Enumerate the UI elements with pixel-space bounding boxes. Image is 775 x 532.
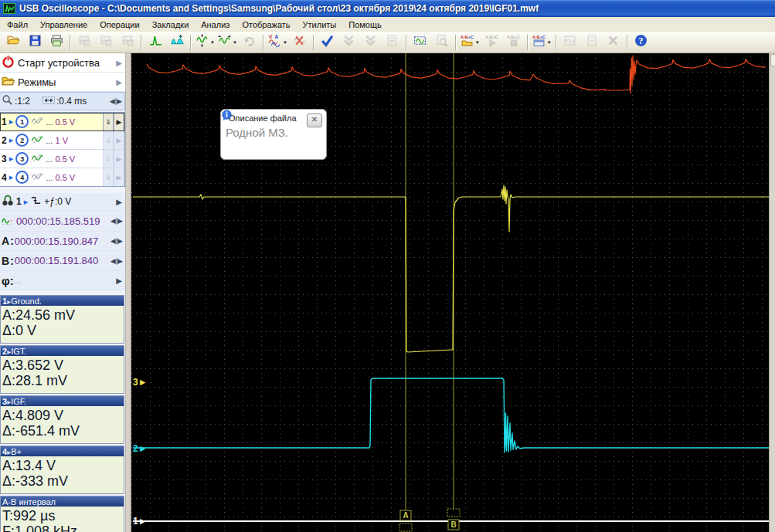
abc-panel-button[interactable]: A:B+C▼ [531,32,553,53]
channel-level-button: ⇓ [103,131,114,149]
cursor-b-nav-arrows[interactable]: ◀|▶ [110,257,124,265]
chevron-right-icon[interactable]: ▶ [116,78,124,86]
menu-view[interactable]: Отображать [236,18,296,32]
menu-operations[interactable]: Операции [93,18,145,32]
arrow-icon [9,117,14,127]
app-window: USB Oscilloscope - C:\Documents and Sett… [0,0,775,532]
pulse-view-button[interactable] [144,32,166,53]
trigger-level-value: +ƒ:0 V [44,196,71,207]
cursor-b-flag-label: B [450,520,456,529]
menu-help[interactable]: Помощь [342,18,388,32]
menu-utilities[interactable]: Утилиты [297,18,343,32]
control-sidebar: Старт устройства ▶ Режимы ▶ :1:2 :0.4 ms… [0,53,125,532]
search-file-button [431,32,453,53]
open-file-button[interactable] [2,32,24,53]
select-region-button[interactable] [410,32,431,53]
file-description-tooltip: Описание файла ✕ Родной МЗ. [220,109,327,160]
abc-open-button[interactable]: A:B+C▼ [459,32,481,53]
channel-expand-button[interactable]: ▶ [114,113,124,130]
scale-vertical-icon [195,34,209,50]
window-title: USB Oscilloscope - C:\Documents and Sett… [19,3,539,14]
channel-number: 4 [2,172,7,183]
wave-edit-button[interactable] [166,32,188,53]
channel-badge: 3 [15,152,29,165]
dropdown-arrow-icon[interactable]: ▼ [475,40,480,45]
abc-panel-icon: A:B+C [532,34,546,50]
dropdown-arrow-icon[interactable]: ▼ [233,40,237,45]
menu-analysis[interactable]: Анализ [195,18,236,32]
app-icon [3,2,15,15]
cursor-b-label: B [2,255,9,267]
abc-record-button: A:B+C [503,32,525,53]
channel-scale-value: ... 0.5 V [46,117,75,127]
zoom-nav-arrows[interactable]: ◀|▶ [110,97,123,105]
svg-text:A:B+C: A:B+C [461,35,474,39]
apply-down-1-icon [342,34,355,50]
chevron-right-icon[interactable]: ▶ [116,59,124,67]
chevron-right-icon[interactable]: ▶ [116,198,124,206]
cursor-b-row[interactable]: B: 000:00:15.191.840 ◀|▶ [0,251,125,271]
undo-icon [243,34,256,50]
accept-check-button[interactable] [317,32,338,53]
print-button[interactable] [46,32,67,53]
cursor-a-row[interactable]: A: 000:00:15.190.847 ◀|▶ [0,232,125,251]
measure-value: A:13.4 V [2,458,124,473]
channel-level-button[interactable]: ⇓ [103,113,114,130]
dropdown-arrow-icon[interactable]: ▼ [283,40,287,45]
toolbar-separator [527,35,529,50]
channel-marker-2[interactable]: 2► [133,443,148,454]
time-nav-arrows[interactable]: ◀|▶ [110,217,124,225]
cursor-a-nav-arrows[interactable]: ◀|▶ [110,237,124,245]
overlay-mode-icon: VA [268,34,281,50]
channel-marker-3[interactable]: 3► [133,377,148,388]
chevron-right-icon[interactable]: ▶ [116,276,124,285]
menu-bookmarks[interactable]: Закладки [146,18,195,32]
channel-expand-button: ▶ [114,131,124,149]
measure-value: Δ:-333 mV [2,473,124,489]
delete-icon [607,34,620,50]
channel-row-3[interactable]: 33... 0.5 V⇓▶ [0,150,124,168]
panel-values: T:992 µsF:1.008 kHz [1,507,124,532]
scope-scrollbar[interactable] [769,53,775,532]
dropdown-arrow-icon[interactable]: ▼ [210,40,215,45]
measure-value: A:3.652 V [2,357,124,373]
trigger-row[interactable]: 1 +ƒ:0 V ▶ [0,193,125,211]
title-bar[interactable]: USB Oscilloscope - C:\Documents and Sett… [0,0,775,17]
overlay-mode-button[interactable]: VA▼ [267,32,289,53]
toolbar-separator [455,35,457,50]
channel-row-2[interactable]: 22... 1 V⇓▶ [0,131,124,150]
start-device-button[interactable]: Старт устройства ▶ [0,53,125,73]
channel-row-4[interactable]: 44... 0.5 V⇓▶ [0,168,124,186]
chart-window-icon [563,34,576,50]
clear-waves-button[interactable] [289,32,311,53]
arrow-icon [9,154,14,164]
oscilloscope-display[interactable]: 3►2►1►AB Описание файла ✕ Родной МЗ. [131,53,769,532]
modes-folder-icon [2,74,15,90]
dropdown-arrow-icon[interactable]: ▼ [547,40,552,45]
measure-panel-ground: 1Ground.A:24.56 mVΔ:0 V [0,295,124,344]
modes-button[interactable]: Режимы ▶ [0,73,125,92]
save-image-3-button [117,32,138,53]
help-button[interactable]: ? [631,32,652,53]
arrow-icon [24,196,29,207]
menu-control[interactable]: Управление [34,18,93,32]
channel-marker-1[interactable]: 1► [133,516,148,527]
zoom-row[interactable]: :1:2 :0.4 ms ◀|▶ [0,92,125,110]
save-file-button[interactable] [24,32,46,53]
time-div-value: :0.4 ms [56,96,87,107]
channel-row-1[interactable]: 11... 0.5 V⇓▶ [0,113,124,131]
sidebar-splitter[interactable] [125,53,131,532]
scale-horizontal-button[interactable]: ▼ [216,32,239,53]
time-position-row[interactable]: 000:00:15.185.519 ◀|▶ [0,211,125,232]
menu-file[interactable]: Файл [1,18,34,32]
delete-button [603,32,624,53]
apply-down-2-icon [364,34,377,50]
open-file-icon [7,34,20,50]
toolbar-separator [313,35,314,50]
scale-vertical-button[interactable]: ▼ [194,32,216,53]
measure-value: Δ:28.1 mV [2,373,124,388]
channel-expand-button: ▶ [114,150,124,168]
close-icon[interactable]: ✕ [307,114,322,127]
phase-row[interactable]: φ: ... ▶ [0,271,125,290]
scrollbar-thumb[interactable] [770,54,775,66]
